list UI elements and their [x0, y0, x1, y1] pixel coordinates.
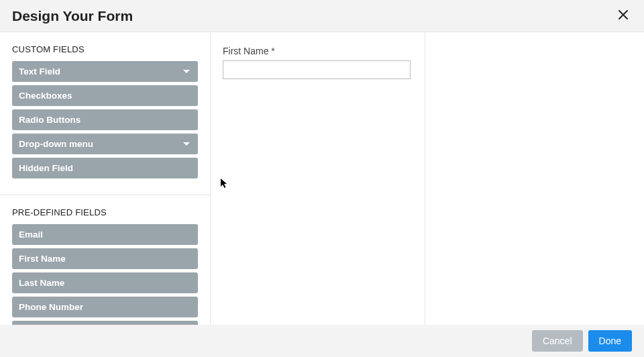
close-icon [617, 7, 629, 24]
predefined-field-item[interactable]: Email [12, 224, 198, 245]
field-item-label: Radio Buttons [19, 115, 80, 125]
predefined-fields-section: PRE-DEFINED FIELDS EmailFirst NameLast N… [0, 195, 210, 325]
page-title: Design Your Form [12, 8, 133, 24]
custom-field-item[interactable]: Radio Buttons [12, 109, 198, 130]
caret-down-icon [183, 142, 190, 146]
cancel-button[interactable]: Cancel [532, 330, 583, 352]
custom-field-item[interactable]: Drop-down menu [12, 134, 198, 154]
form-field-label: First Name * [223, 46, 413, 56]
predefined-field-item[interactable]: Phone Number [12, 297, 198, 317]
form-canvas[interactable]: First Name * [211, 32, 425, 325]
predefined-field-item[interactable]: First Name [12, 248, 198, 269]
caret-down-icon [183, 70, 190, 73]
field-item-label: Last Name [19, 278, 64, 288]
footer: Cancel Done [0, 325, 644, 357]
field-item-label: Text Field [19, 66, 60, 76]
close-button[interactable] [614, 6, 632, 26]
field-item-label: First Name [19, 254, 66, 264]
first-name-input[interactable] [223, 60, 411, 79]
field-item-label: Checkboxes [19, 91, 72, 101]
done-button[interactable]: Done [588, 330, 632, 352]
field-item-label: Drop-down menu [19, 139, 93, 149]
header: Design Your Form [0, 0, 644, 32]
predefined-fields-heading: PRE-DEFINED FIELDS [12, 207, 198, 217]
field-item-label: Phone Number [19, 302, 83, 312]
field-item-label: Hidden Field [19, 163, 73, 173]
custom-field-item[interactable]: Hidden Field [12, 158, 198, 178]
properties-pane [425, 32, 644, 325]
field-item-label: Email [19, 230, 43, 240]
body: CUSTOM FIELDS Text FieldCheckboxesRadio … [0, 32, 644, 325]
sidebar: CUSTOM FIELDS Text FieldCheckboxesRadio … [0, 32, 211, 325]
predefined-field-item[interactable]: Last Name [12, 272, 198, 293]
custom-field-item[interactable]: Text Field [12, 61, 198, 82]
custom-field-item[interactable]: Checkboxes [12, 85, 198, 106]
custom-fields-section: CUSTOM FIELDS Text FieldCheckboxesRadio … [0, 32, 210, 178]
form-field[interactable]: First Name * [223, 46, 413, 79]
custom-fields-heading: CUSTOM FIELDS [12, 44, 198, 54]
